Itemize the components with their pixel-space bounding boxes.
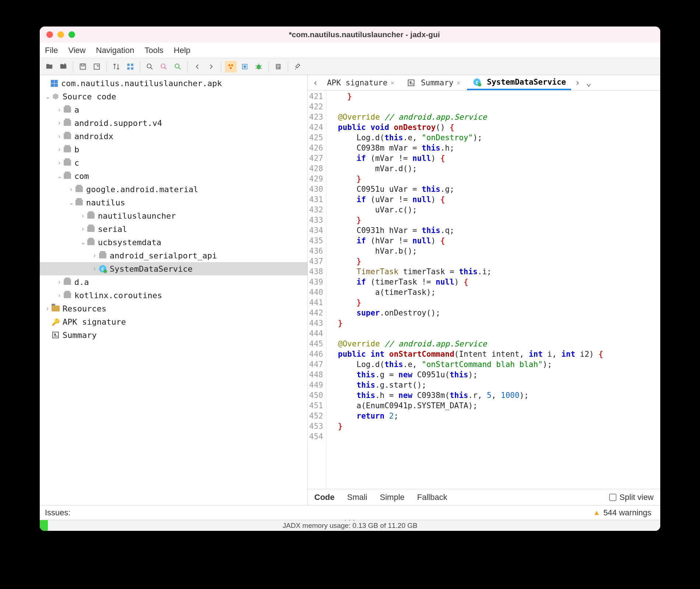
add-files-icon[interactable] bbox=[57, 61, 69, 73]
log-icon[interactable] bbox=[272, 61, 284, 73]
tree-pkg-da[interactable]: ›d.a bbox=[40, 275, 307, 289]
app-window: *com.nautilus.nautiluslauncher - jadx-gu… bbox=[40, 27, 660, 531]
search-class-icon[interactable] bbox=[158, 61, 170, 73]
save-icon[interactable] bbox=[77, 61, 89, 73]
back-icon[interactable] bbox=[191, 61, 203, 73]
svg-rect-2 bbox=[94, 64, 100, 69]
minimize-window-button[interactable] bbox=[57, 31, 64, 38]
close-tab-icon[interactable]: × bbox=[390, 79, 395, 87]
split-view-toggle[interactable]: Split view bbox=[609, 493, 654, 502]
code-content[interactable]: } @Override // android.app.Service publi… bbox=[326, 91, 603, 489]
tree-resources[interactable]: ›Resources bbox=[40, 302, 307, 315]
tree-pkg-kotlinx[interactable]: ›kotlinx.coroutines bbox=[40, 289, 307, 302]
svg-point-8 bbox=[161, 64, 165, 68]
tree-pkg-c[interactable]: ›c bbox=[40, 156, 307, 169]
svg-rect-3 bbox=[127, 63, 130, 66]
flatten-packages-icon[interactable] bbox=[124, 61, 136, 73]
menu-file[interactable]: File bbox=[45, 46, 58, 55]
svg-point-11 bbox=[231, 64, 233, 66]
toolbar bbox=[40, 58, 660, 75]
zoom-window-button[interactable] bbox=[68, 31, 75, 38]
view-simple[interactable]: Simple bbox=[380, 493, 404, 502]
editor-tabs: ‹ APK signature × Summary × c SystemData… bbox=[308, 75, 660, 91]
svg-point-9 bbox=[175, 64, 179, 68]
tree-class-systemdataservice[interactable]: ›cSystemDataService bbox=[40, 262, 307, 275]
export-icon[interactable] bbox=[91, 61, 103, 73]
svg-point-15 bbox=[257, 64, 261, 69]
svg-rect-4 bbox=[131, 63, 133, 66]
svg-point-12 bbox=[230, 67, 232, 69]
tree-pkg-b[interactable]: ›b bbox=[40, 143, 307, 156]
view-code[interactable]: Code bbox=[314, 493, 335, 502]
view-smali[interactable]: Smali bbox=[347, 493, 367, 502]
menu-navigation[interactable]: Navigation bbox=[96, 46, 134, 55]
close-tab-icon[interactable]: × bbox=[456, 79, 460, 87]
issues-label: Issues: bbox=[45, 508, 71, 518]
tree-pkg-serial[interactable]: ›serial bbox=[40, 222, 307, 236]
search-comment-icon[interactable] bbox=[172, 61, 184, 73]
status-bar: • • • JADX memory usage: 0.13 GB of 11.2… bbox=[40, 520, 660, 531]
tree-pkg-a[interactable]: ›a bbox=[40, 103, 307, 116]
tree-root[interactable]: com.nautilus.nautiluslauncher.apk bbox=[40, 77, 307, 90]
checkbox-icon[interactable] bbox=[609, 494, 616, 501]
menu-tools[interactable]: Tools bbox=[145, 46, 163, 55]
debug-icon[interactable] bbox=[253, 61, 265, 73]
svg-rect-0 bbox=[80, 64, 86, 69]
menu-bar: File View Navigation Tools Help bbox=[40, 43, 660, 58]
tree-pkg-ucb[interactable]: ⌄ucbsystemdata bbox=[40, 236, 307, 249]
open-file-icon[interactable] bbox=[43, 61, 55, 73]
tree-summary[interactable]: Summary bbox=[40, 328, 307, 342]
menu-help[interactable]: Help bbox=[174, 46, 190, 55]
quark-icon[interactable] bbox=[239, 61, 251, 73]
svg-rect-1 bbox=[81, 64, 84, 66]
project-tree[interactable]: com.nautilus.nautiluslauncher.apk ⌄Sourc… bbox=[40, 75, 308, 505]
tree-source-code[interactable]: ⌄Source code bbox=[40, 90, 307, 103]
tree-pkg-com[interactable]: ⌄com bbox=[40, 169, 307, 183]
code-view-tabs: Code Smali Simple Fallback Split view bbox=[308, 489, 660, 505]
line-gutter: 4214224234244254264274284294304314324334… bbox=[308, 91, 326, 489]
svg-rect-6 bbox=[131, 67, 133, 69]
issues-bar[interactable]: Issues: ▲ 544 warnings bbox=[40, 505, 660, 520]
grip-icon[interactable]: • • • bbox=[344, 518, 355, 523]
tab-summary[interactable]: Summary × bbox=[401, 76, 466, 89]
search-icon[interactable] bbox=[144, 61, 156, 73]
tree-pkg-material[interactable]: ›google.android.material bbox=[40, 183, 307, 196]
svg-point-10 bbox=[229, 64, 231, 66]
window-title: *com.nautilus.nautiluslauncher - jadx-gu… bbox=[75, 30, 654, 39]
tree-apk-signature[interactable]: 🔑APK signature bbox=[40, 315, 307, 328]
titlebar[interactable]: *com.nautilus.nautiluslauncher - jadx-gu… bbox=[40, 27, 660, 43]
tab-scroll-right-icon[interactable]: › bbox=[573, 78, 582, 88]
summary-icon bbox=[406, 79, 416, 87]
tree-pkg-androidx[interactable]: ›androidx bbox=[40, 130, 307, 143]
warnings-count: 544 warnings bbox=[603, 508, 651, 518]
preferences-icon[interactable] bbox=[292, 61, 304, 73]
warning-icon: ▲ bbox=[593, 508, 600, 517]
tab-label: Summary bbox=[421, 78, 454, 87]
code-viewer[interactable]: 4214224234244254264274284294304314324334… bbox=[308, 91, 660, 489]
class-icon: c bbox=[472, 78, 482, 86]
close-window-button[interactable] bbox=[46, 31, 53, 38]
window-controls bbox=[46, 31, 75, 38]
main-area: com.nautilus.nautiluslauncher.apk ⌄Sourc… bbox=[40, 75, 660, 505]
tab-scroll-left-icon[interactable]: ‹ bbox=[311, 78, 320, 88]
forward-icon[interactable] bbox=[205, 61, 217, 73]
tree-pkg-launcher[interactable]: ›nautiluslauncher bbox=[40, 209, 307, 222]
menu-view[interactable]: View bbox=[68, 46, 85, 55]
tab-label: SystemDataService bbox=[487, 78, 566, 87]
sync-icon[interactable] bbox=[110, 61, 122, 73]
tree-pkg-support[interactable]: ›android.support.v4 bbox=[40, 116, 307, 130]
deobfuscate-icon[interactable] bbox=[225, 61, 237, 73]
tree-pkg-serialport[interactable]: ›android_serialport_api bbox=[40, 249, 307, 262]
tab-apk-signature[interactable]: APK signature × bbox=[322, 76, 399, 89]
editor-panel: ‹ APK signature × Summary × c SystemData… bbox=[308, 75, 660, 505]
svg-rect-5 bbox=[127, 67, 130, 69]
view-fallback[interactable]: Fallback bbox=[417, 493, 447, 502]
svg-point-7 bbox=[147, 64, 151, 68]
tree-pkg-nautilus[interactable]: ⌄nautilus bbox=[40, 196, 307, 209]
tab-systemdataservice[interactable]: c SystemDataService bbox=[467, 75, 571, 90]
svg-point-14 bbox=[244, 66, 246, 68]
tab-label: APK signature bbox=[327, 78, 387, 87]
memory-progress bbox=[40, 520, 48, 531]
warnings-badge[interactable]: ▲ 544 warnings bbox=[593, 508, 655, 518]
tab-list-icon[interactable]: ⌄ bbox=[584, 78, 593, 88]
